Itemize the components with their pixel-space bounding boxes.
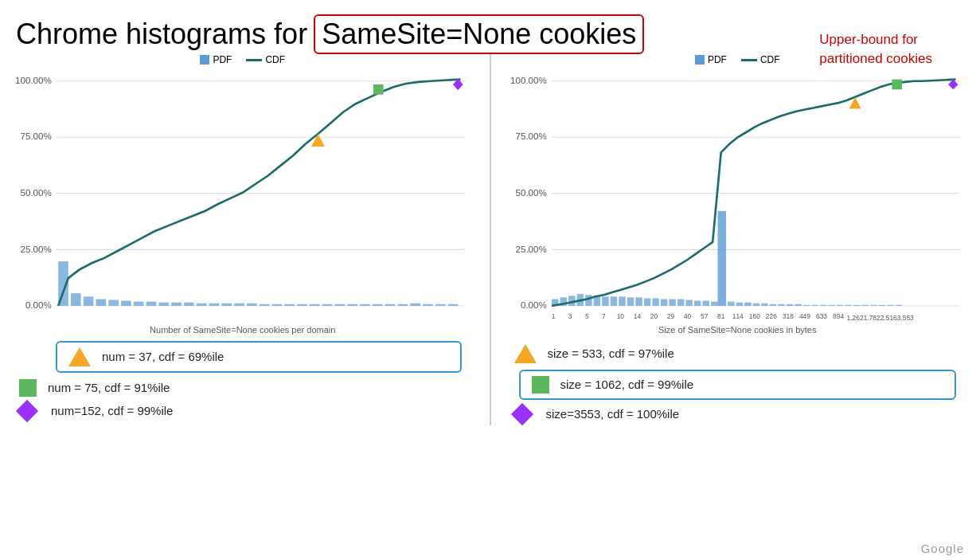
svg-rect-97: [702, 301, 709, 306]
svg-rect-100: [736, 303, 742, 306]
svg-rect-86: [619, 296, 625, 306]
svg-text:0.00%: 0.00%: [25, 300, 52, 310]
svg-text:318: 318: [782, 312, 793, 320]
svg-text:894: 894: [833, 312, 844, 320]
svg-rect-89: [643, 298, 650, 305]
svg-rect-27: [272, 304, 283, 306]
diamond-purple-icon: [16, 400, 38, 422]
left-stat-text-1: num = 37, cdf = 69%ile: [102, 350, 224, 363]
svg-text:449: 449: [798, 312, 810, 320]
svg-rect-33: [347, 304, 357, 306]
svg-rect-110: [819, 305, 826, 306]
svg-rect-84: [602, 296, 608, 306]
svg-rect-117: [878, 305, 884, 306]
svg-rect-101: [744, 303, 751, 306]
svg-rect-104: [769, 304, 775, 306]
svg-rect-20: [184, 303, 194, 306]
svg-text:100.00%: 100.00%: [15, 76, 52, 85]
svg-rect-118: [887, 305, 893, 306]
svg-text:40: 40: [683, 312, 691, 320]
svg-text:7: 7: [601, 312, 605, 320]
right-diamond-purple-icon: [510, 403, 533, 425]
svg-rect-105: [778, 304, 784, 306]
svg-text:75.00%: 75.00%: [515, 131, 546, 141]
svg-marker-42: [311, 134, 325, 147]
svg-text:50.00%: 50.00%: [21, 188, 52, 198]
svg-rect-28: [284, 304, 295, 306]
svg-rect-85: [610, 296, 616, 306]
svg-text:5: 5: [584, 312, 588, 320]
svg-rect-21: [197, 303, 207, 306]
google-logo: Google: [921, 542, 964, 555]
svg-text:10: 10: [616, 312, 624, 320]
svg-rect-36: [385, 304, 396, 306]
svg-rect-108: [802, 305, 809, 306]
svg-rect-111: [828, 305, 834, 306]
right-chart-svg: 100.00% 75.00% 50.00% 25.00% 0.00% 1 3 5…: [503, 69, 973, 320]
left-stat-text-3: num=152, cdf = 99%ile: [51, 404, 173, 417]
svg-rect-106: [786, 304, 792, 306]
left-stats-section: num = 37, cdf = 69%ile num = 75, cdf = 9…: [8, 341, 478, 422]
svg-rect-94: [685, 300, 692, 306]
right-stat-text-3: size=3553, cdf = 100%ile: [546, 407, 680, 421]
svg-rect-109: [811, 305, 818, 306]
svg-rect-25: [247, 303, 257, 306]
svg-text:29: 29: [666, 312, 674, 320]
chart-divider: [490, 54, 491, 425]
svg-rect-34: [360, 304, 370, 306]
left-legend: PDF CDF: [8, 54, 478, 65]
svg-rect-103: [761, 303, 767, 306]
left-chart-svg: 100.00% 75.00% 50.00% 25.00% 0.00%: [8, 69, 478, 320]
svg-text:75.00%: 75.00%: [21, 131, 52, 141]
right-chart-area: 100.00% 75.00% 50.00% 25.00% 0.00% 1 3 5…: [503, 69, 973, 323]
svg-rect-107: [795, 304, 801, 306]
svg-rect-22: [209, 303, 220, 306]
pdf-icon: [200, 55, 209, 65]
right-cdf-icon: [741, 59, 757, 61]
square-green-icon: [19, 379, 37, 397]
svg-rect-29: [297, 304, 307, 306]
left-stat-row-2: num = 75, cdf = 91%ile: [8, 376, 478, 400]
svg-rect-23: [221, 303, 232, 306]
svg-rect-90: [652, 298, 658, 305]
svg-rect-99: [728, 302, 734, 306]
right-chart-panel: PDF CDF 100.00% 75.00% 50.00% 25.00% 0.0…: [503, 54, 973, 425]
svg-text:3,553: 3,553: [896, 314, 913, 320]
svg-rect-30: [310, 304, 320, 306]
svg-rect-17: [146, 302, 157, 306]
svg-rect-12: [84, 296, 94, 306]
svg-rect-116: [870, 305, 877, 306]
svg-rect-44: [373, 84, 384, 95]
svg-text:633: 633: [816, 312, 827, 320]
svg-text:226: 226: [765, 312, 776, 320]
left-chart-label: Number of SameSite=None cookies per doma…: [8, 325, 478, 335]
title-prefix: Chrome histograms for: [16, 18, 307, 51]
svg-rect-91: [660, 299, 666, 305]
right-square-green-icon: [532, 376, 549, 394]
right-stats-section: size = 533, cdf = 97%ile size = 1062, cd…: [503, 341, 973, 425]
svg-text:1,782: 1,782: [863, 314, 880, 320]
svg-text:25.00%: 25.00%: [515, 245, 546, 254]
right-legend-pdf: PDF: [695, 54, 727, 65]
svg-text:100.00%: 100.00%: [510, 76, 547, 85]
svg-rect-93: [677, 299, 683, 305]
right-stat-row-1: size = 533, cdf = 97%ile: [503, 341, 973, 366]
svg-rect-96: [694, 301, 701, 306]
left-legend-cdf: CDF: [246, 54, 285, 65]
svg-rect-115: [861, 305, 868, 306]
left-stat-row-1: num = 37, cdf = 69%ile: [56, 341, 462, 373]
svg-rect-35: [373, 304, 383, 306]
svg-text:20: 20: [650, 312, 658, 320]
triangle-orange-icon: [68, 347, 91, 366]
left-chart-area: 100.00% 75.00% 50.00% 25.00% 0.00%: [8, 69, 478, 323]
svg-rect-26: [260, 304, 270, 306]
svg-text:57: 57: [700, 312, 708, 320]
svg-rect-95: [717, 211, 726, 306]
svg-text:160: 160: [748, 312, 759, 320]
right-triangle-orange-icon: [514, 344, 537, 363]
svg-text:1,262: 1,262: [846, 314, 863, 320]
svg-rect-121: [892, 80, 902, 90]
svg-text:14: 14: [633, 312, 641, 320]
svg-rect-112: [836, 305, 842, 306]
svg-text:2,516: 2,516: [880, 314, 896, 320]
